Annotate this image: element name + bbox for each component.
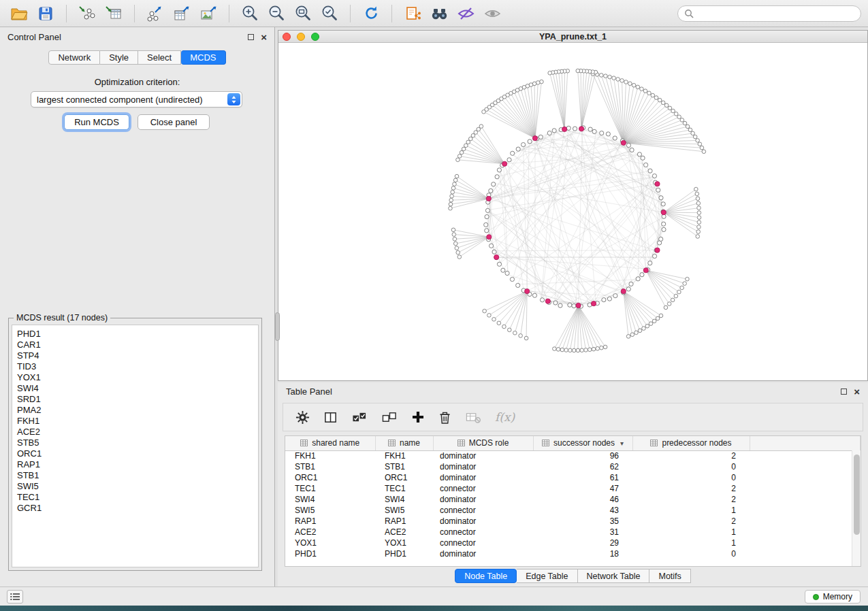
zoom-out-icon <box>268 4 286 22</box>
dropdown-selected-value: largest connected component (undirected) <box>37 95 203 105</box>
network-vertical-scrollbar[interactable] <box>275 312 280 341</box>
hide-selected-button[interactable] <box>453 3 478 24</box>
table-panel-tabs: Node Table Edge Table Network Table Moti… <box>278 569 868 583</box>
node-table-container: shared name name MCDS role successor nod… <box>285 435 861 567</box>
table-row[interactable]: YOX1YOX1connector291 <box>285 538 861 548</box>
network-canvas[interactable] <box>278 43 867 380</box>
column-header-successor-nodes[interactable]: successor nodes▾ <box>533 436 632 450</box>
global-search[interactable] <box>677 5 861 22</box>
maximize-window-icon[interactable] <box>311 33 319 41</box>
mcds-result-item[interactable]: GCR1 <box>17 503 253 514</box>
zoom-in-button[interactable] <box>238 3 262 24</box>
tab-network[interactable]: Network <box>48 50 100 65</box>
delete-column-button[interactable] <box>438 410 451 425</box>
table-row[interactable]: ORC1ORC1dominator610 <box>285 472 861 483</box>
table-row[interactable]: TEC1TEC1connector472 <box>285 483 861 494</box>
mcds-result-item[interactable]: FKH1 <box>17 416 253 427</box>
mcds-result-item[interactable]: PMA2 <box>17 405 253 416</box>
close-window-icon[interactable] <box>283 33 291 41</box>
control-panel: Control Panel × Network Style Select MCD… <box>0 27 275 587</box>
mcds-result-item[interactable]: PHD1 <box>17 329 253 340</box>
mcds-result-item[interactable]: TEC1 <box>17 492 253 503</box>
run-mcds-button[interactable]: Run MCDS <box>64 114 129 130</box>
tab-node-table[interactable]: Node Table <box>455 569 517 583</box>
column-header-predecessor-nodes[interactable]: predecessor nodes <box>632 436 750 450</box>
optimization-criterion-dropdown[interactable]: largest connected component (undirected) <box>31 91 242 108</box>
add-column-button[interactable] <box>411 410 425 424</box>
zoom-selected-button[interactable] <box>317 3 342 24</box>
network-window-title: YPA_prune.txt_1 <box>539 32 607 42</box>
mcds-result-item[interactable]: CAR1 <box>17 340 253 350</box>
tab-select[interactable]: Select <box>138 50 181 65</box>
mcds-result-item[interactable]: SWI4 <box>17 383 253 394</box>
export-table-button[interactable] <box>170 3 194 24</box>
mcds-result-title: MCDS result (17 nodes) <box>14 313 110 323</box>
scrollbar-thumb[interactable] <box>854 455 860 535</box>
toggle-columns-button[interactable] <box>323 410 338 425</box>
tab-mcds[interactable]: MCDS <box>181 50 225 65</box>
tab-style[interactable]: Style <box>100 50 138 65</box>
table-vertical-scrollbar[interactable] <box>852 450 861 566</box>
float-panel-icon[interactable] <box>248 34 254 40</box>
close-table-panel-icon[interactable]: × <box>854 389 860 395</box>
mcds-result-list[interactable]: PHD1CAR1STP4TID3YOX1SWI4SRD1PMA2FKH1ACE2… <box>12 325 259 567</box>
tab-network-table[interactable]: Network Table <box>578 569 650 583</box>
show-all-button[interactable] <box>480 3 504 24</box>
export-image-icon <box>199 5 217 22</box>
mcds-result-item[interactable]: SWI5 <box>17 481 253 492</box>
binoculars-icon <box>430 5 449 22</box>
tab-motifs[interactable]: Motifs <box>649 569 690 583</box>
close-panel-button[interactable]: Close panel <box>138 114 210 130</box>
save-session-button[interactable] <box>33 3 58 24</box>
float-table-panel-icon[interactable] <box>841 389 847 395</box>
zoom-fit-button[interactable] <box>291 3 315 24</box>
mcds-result-item[interactable]: STP4 <box>17 350 253 361</box>
search-network-button[interactable] <box>427 3 451 24</box>
table-row[interactable]: ACE2ACE2connector311 <box>285 527 861 538</box>
mcds-result-item[interactable]: RAP1 <box>17 459 253 470</box>
main-toolbar <box>0 0 868 27</box>
column-edit-icon <box>542 440 549 446</box>
mcds-result-item[interactable]: SRD1 <box>17 394 253 405</box>
columns-icon <box>323 410 338 425</box>
tab-edge-table[interactable]: Edge Table <box>517 569 577 583</box>
mcds-result-item[interactable]: TID3 <box>17 361 253 372</box>
network-graph[interactable] <box>278 43 867 380</box>
open-file-button[interactable] <box>7 3 31 24</box>
table-row[interactable]: SWI5SWI5connector431 <box>285 505 861 516</box>
deselect-all-button[interactable] <box>381 410 398 425</box>
mcds-result-item[interactable]: ORC1 <box>17 448 253 459</box>
share-document-button[interactable] <box>400 3 425 24</box>
window-traffic-lights <box>283 33 319 41</box>
table-row[interactable]: STB1STB1dominator620 <box>285 461 861 472</box>
memory-button[interactable]: Memory <box>805 590 861 604</box>
minimize-window-icon[interactable] <box>297 33 305 41</box>
clear-table-button-disabled <box>465 410 481 425</box>
mcds-result-item[interactable]: YOX1 <box>17 372 253 383</box>
select-all-button[interactable] <box>351 410 368 425</box>
table-row[interactable]: RAP1RAP1dominator352 <box>285 516 861 527</box>
export-image-button[interactable] <box>196 3 221 24</box>
import-network-button[interactable] <box>75 3 99 24</box>
export-network-button[interactable] <box>143 3 167 24</box>
network-window-titlebar[interactable]: YPA_prune.txt_1 <box>278 31 867 43</box>
function-builder-button-disabled: f(x) <box>495 410 515 424</box>
mcds-result-item[interactable]: ACE2 <box>17 427 253 437</box>
close-panel-icon[interactable]: × <box>261 34 267 40</box>
zoom-out-button[interactable] <box>264 3 289 24</box>
panel-menu-button[interactable] <box>7 590 23 604</box>
column-header-name[interactable]: name <box>375 436 433 450</box>
sort-chevron-icon[interactable]: ▾ <box>620 440 624 447</box>
mcds-result-item[interactable]: STB5 <box>17 437 253 448</box>
table-row[interactable]: SWI4SWI4dominator462 <box>285 494 861 505</box>
mcds-result-item[interactable]: STB1 <box>17 470 253 481</box>
refresh-button[interactable] <box>359 3 383 24</box>
table-row[interactable]: FKH1FKH1dominator962 <box>285 450 861 461</box>
column-header-shared-name[interactable]: shared name <box>285 436 375 450</box>
column-header-mcds-role[interactable]: MCDS role <box>433 436 533 450</box>
table-row[interactable]: PHD1PHD1dominator180 <box>285 548 861 559</box>
search-input[interactable] <box>698 9 854 18</box>
import-table-button[interactable] <box>101 3 126 24</box>
table-settings-button[interactable] <box>295 410 310 425</box>
memory-label: Memory <box>823 592 852 601</box>
